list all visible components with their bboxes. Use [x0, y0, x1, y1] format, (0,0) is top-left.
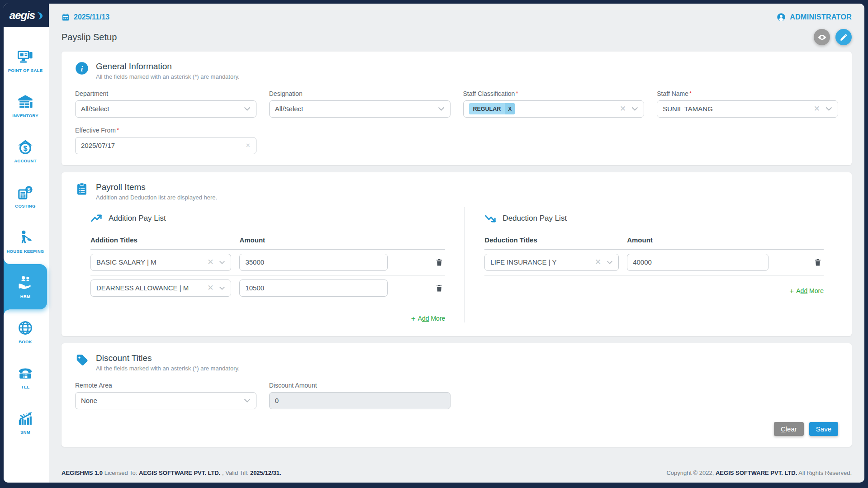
sidebar-item-label: BOOK	[19, 339, 32, 344]
chevron-down-icon	[607, 261, 613, 264]
inventory-icon	[17, 94, 33, 110]
department-value: All/Select	[81, 105, 244, 113]
pos-icon	[17, 48, 33, 65]
delete-row-button[interactable]	[433, 282, 445, 294]
sidebar-item-snm[interactable]: SNM	[4, 400, 47, 445]
designation-field: Designation All/Select	[269, 90, 451, 118]
deduction-title-select[interactable]: LIFE INSURANCE | Y ✕	[484, 254, 619, 271]
sidebar-item-label: ACCOUNT	[14, 158, 37, 163]
sidebar-item-point-of-sale[interactable]: POINT OF SALE	[4, 38, 47, 83]
hrm-icon	[17, 275, 33, 291]
remote-area-value: None	[81, 397, 244, 404]
snm-icon	[17, 410, 33, 426]
section-subtitle: Addition and Deduction list are displaye…	[96, 194, 217, 201]
clipboard-icon	[75, 182, 89, 196]
section-title: General Information	[96, 62, 240, 71]
sidebar-item-hrm[interactable]: HRM	[4, 264, 47, 309]
deduction-pay-list: Deduction Pay List Deduction Titles Amou…	[464, 207, 838, 322]
deduction-amount-input[interactable]	[633, 258, 762, 266]
staff-classification-label: Staff Classification*	[463, 90, 645, 97]
trash-icon	[814, 258, 822, 267]
designation-select[interactable]: All/Select	[269, 100, 451, 118]
save-button[interactable]: Save	[809, 422, 838, 436]
info-icon: i	[75, 62, 89, 75]
section-title: Discount Titles	[96, 353, 240, 363]
trash-icon	[435, 284, 443, 293]
department-select[interactable]: All/Select	[75, 100, 256, 118]
addition-row: DEARNESS ALLOWANCE | M ✕	[90, 275, 445, 301]
sidebar-item-book[interactable]: BOOK	[4, 309, 47, 355]
amount-header: Amount	[627, 236, 773, 244]
chevron-down-icon	[219, 286, 225, 290]
addition-amount-wrap	[239, 280, 387, 297]
account-icon: $	[17, 139, 33, 155]
addition-title-select[interactable]: DEARNESS ALLOWANCE | M ✕	[90, 280, 231, 297]
aegis-logo: aegis	[9, 9, 43, 22]
required-asterisk: *	[689, 90, 692, 97]
edit-button[interactable]	[835, 29, 852, 45]
sidebar-item-account[interactable]: $ ACCOUNT	[4, 128, 47, 174]
sidebar-item-label: HOUSE KEEPING	[6, 249, 44, 254]
effective-from-input[interactable]	[81, 142, 242, 149]
clear-date-icon[interactable]: ✕	[246, 142, 251, 149]
tel-icon	[17, 365, 33, 381]
chip-remove-button[interactable]: X	[505, 103, 515, 114]
sidebar-item-inventory[interactable]: INVENTORY	[4, 83, 47, 128]
copyright-text: Copyright © 2022, AEGIS SOFTWARE PVT. LT…	[666, 469, 852, 476]
clear-selection-icon[interactable]: ✕	[814, 105, 820, 113]
sidebar-item-house-keeping[interactable]: HOUSE KEEPING	[4, 219, 47, 264]
addition-table: Addition Titles Amount BASIC SALARY | M …	[90, 236, 445, 301]
remote-area-select[interactable]: None	[75, 392, 256, 409]
addition-title-select[interactable]: BASIC SALARY | M ✕	[90, 254, 231, 271]
addition-amount-input[interactable]	[245, 284, 381, 292]
clear-selection-icon[interactable]: ✕	[207, 284, 213, 292]
deduction-amount-wrap	[627, 254, 768, 271]
department-label: Department	[75, 90, 256, 97]
sidebar-nav: POINT OF SALE INVENTORY $ ACCOUNT $ COST…	[4, 38, 49, 445]
addition-amount-input[interactable]	[245, 258, 381, 266]
staff-name-field: Staff Name* SUNIL TAMANG ✕	[657, 90, 838, 118]
addition-amount-wrap	[239, 254, 387, 271]
section-title: Payroll Items	[96, 182, 217, 192]
clear-selection-icon[interactable]: ✕	[207, 258, 213, 266]
remote-area-field: Remote Area None	[75, 382, 256, 409]
clear-button[interactable]: Clear	[774, 422, 804, 436]
general-information-card: i General Information All the fields mar…	[62, 52, 852, 165]
amount-header: Amount	[239, 236, 392, 244]
delete-row-button[interactable]	[812, 256, 824, 269]
sidebar-item-label: TEL	[21, 384, 30, 389]
sidebar-item-tel[interactable]: TEL	[4, 355, 47, 400]
user-menu[interactable]: ADMINISTRATOR	[777, 13, 852, 22]
tag-icon	[75, 353, 89, 367]
pencil-icon	[840, 33, 848, 42]
deduction-add-more-link[interactable]: +Add More	[789, 287, 824, 295]
clear-selection-icon[interactable]: ✕	[620, 105, 626, 113]
sidebar-item-label: SNM	[20, 430, 30, 435]
remote-area-label: Remote Area	[75, 382, 256, 389]
user-icon	[777, 13, 786, 22]
header-date[interactable]: 2025/11/13	[62, 13, 109, 21]
costing-icon: $	[17, 184, 33, 200]
delete-row-button[interactable]	[433, 256, 445, 269]
effective-from-label: Effective From*	[75, 127, 256, 134]
logo-block: aegis	[4, 4, 49, 27]
staff-name-select[interactable]: SUNIL TAMANG ✕	[657, 100, 838, 118]
header-date-text: 2025/11/13	[74, 13, 109, 21]
discount-amount-input	[275, 397, 445, 404]
chevron-down-icon	[219, 261, 225, 264]
addition-add-more-link[interactable]: +Add More	[411, 315, 446, 322]
app-frame: aegis POINT OF SALE INVENTORY $	[4, 4, 864, 483]
book-icon	[17, 320, 33, 336]
deduction-titles-header: Deduction Titles	[484, 236, 627, 244]
effective-from-input-wrap: ✕	[75, 137, 256, 154]
page-title: Payslip Setup	[62, 32, 117, 43]
clear-selection-icon[interactable]: ✕	[595, 258, 601, 266]
effective-from-field: Effective From* ✕	[75, 127, 256, 154]
staff-classification-select[interactable]: REGULAR X ✕	[463, 100, 645, 118]
sidebar-item-costing[interactable]: $ COSTING	[4, 174, 47, 219]
plus-icon: +	[789, 287, 794, 295]
discount-amount-wrap	[269, 392, 451, 409]
chevron-down-icon	[631, 107, 638, 111]
required-asterisk: *	[117, 127, 119, 133]
preview-button[interactable]	[814, 29, 830, 45]
